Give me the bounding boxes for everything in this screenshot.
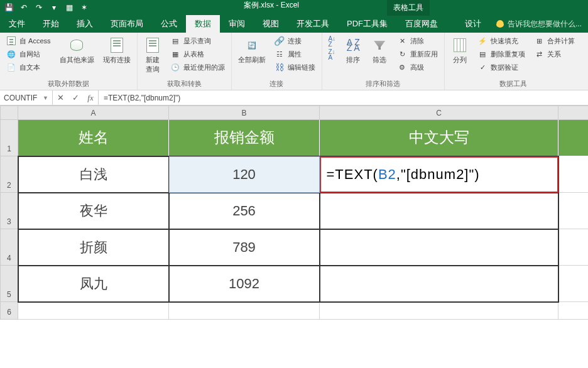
formula-bar: COUNTIF ▼ ✕ ✓ fx =TEXT(B2,"[dbnum2]")	[0, 90, 588, 106]
tab-formulas[interactable]: 公式	[152, 15, 186, 33]
tab-insert[interactable]: 插入	[68, 15, 102, 33]
column-header-extra[interactable]	[558, 106, 589, 120]
insert-function-button[interactable]: fx	[83, 93, 98, 103]
recent-sources-button[interactable]: 🕒最近使用的源	[169, 62, 226, 73]
cell-a4[interactable]: 折颜	[18, 229, 169, 266]
new-query-button[interactable]: 新建 查询	[143, 35, 163, 75]
row-header-4[interactable]: 4	[1, 229, 18, 266]
edit-links-button[interactable]: ⛓编辑链接	[273, 62, 317, 73]
cell-empty[interactable]	[558, 302, 589, 320]
name-box-dropdown-icon[interactable]: ▼	[43, 95, 48, 101]
cell-empty[interactable]	[558, 266, 589, 302]
column-header-a[interactable]: A	[18, 106, 169, 120]
row-header-2[interactable]: 2	[1, 156, 18, 193]
flash-fill-button[interactable]: ⚡快速填充	[476, 35, 526, 46]
cell-a6[interactable]	[18, 302, 169, 320]
cell-a5[interactable]: 凤九	[18, 266, 169, 302]
tell-me-placeholder: 告诉我您想要做什么...	[508, 19, 582, 30]
tab-design[interactable]: 设计	[456, 15, 490, 33]
consolidate-button[interactable]: ⊞合并计算	[533, 35, 576, 46]
from-web-button[interactable]: 🌐自网站	[5, 48, 52, 60]
cell-c2-editing[interactable]: =TEXT(B2,"[dbnum2]")	[320, 156, 558, 193]
cell-b2[interactable]: 120	[169, 156, 320, 193]
name-box[interactable]: COUNTIF ▼	[0, 90, 53, 105]
tab-layout[interactable]: 页面布局	[102, 15, 152, 33]
clear-filter-button[interactable]: ✕清除	[396, 35, 439, 46]
cell-a3[interactable]: 夜华	[18, 193, 169, 229]
reapply-button[interactable]: ↻重新应用	[396, 48, 439, 60]
header-name[interactable]: 姓名	[18, 120, 169, 156]
tab-home[interactable]: 开始	[34, 15, 68, 33]
cell-empty[interactable]	[558, 193, 589, 229]
cell-b4[interactable]: 789	[169, 229, 320, 266]
connections-button[interactable]: 🔗连接	[273, 35, 317, 46]
group-external-data: 自 Access 🌐自网站 📄自文本 自其他来源 现有连接 获取外部数据	[0, 33, 138, 90]
group-data-tools: 分列 ⚡快速填充 ▤删除重复项 ✓数据验证 ⊞合并计算 ⇄关系 数据工具	[445, 33, 581, 90]
relationships-button[interactable]: ⇄关系	[533, 48, 576, 60]
cell-empty[interactable]	[558, 120, 589, 156]
sort-button[interactable]: A ZZ A排序	[343, 35, 363, 66]
show-queries-button[interactable]: ▤显示查询	[169, 35, 226, 46]
refresh-all-button[interactable]: 🔄全部刷新	[237, 35, 267, 66]
window-title: 案例.xlsx - Excel 表格工具	[89, 0, 584, 16]
filter-button[interactable]: 筛选	[369, 35, 389, 66]
select-all-corner[interactable]	[1, 106, 18, 120]
sort-asc-button[interactable]: A↓Z	[327, 35, 337, 48]
from-other-button[interactable]: 自其他来源	[58, 35, 95, 66]
qat-extra2-icon[interactable]: ✶	[79, 3, 89, 13]
tab-file[interactable]: 文件	[0, 15, 34, 33]
group-label-sort-filter: 排序和筛选	[327, 78, 440, 89]
group-sort-filter: A↓Z Z↓A A ZZ A排序 筛选 ✕清除 ↻重新应用 ⚙高级 排序和筛选	[322, 33, 445, 90]
formula-prefix: =TEXT(	[327, 166, 378, 182]
row-header-6[interactable]: 6	[1, 302, 18, 320]
qat-more-icon[interactable]: ▾	[49, 3, 59, 13]
header-amount[interactable]: 报销金额	[169, 120, 320, 156]
tab-data[interactable]: 数据	[186, 15, 220, 33]
group-connections: 🔄全部刷新 🔗连接 ☷属性 ⛓编辑链接 连接	[232, 33, 322, 90]
column-header-c[interactable]: C	[320, 106, 558, 120]
cell-b5[interactable]: 1092	[169, 266, 320, 302]
enter-formula-button[interactable]: ✓	[68, 93, 83, 102]
tab-view[interactable]: 视图	[254, 15, 288, 33]
remove-duplicates-button[interactable]: ▤删除重复项	[476, 48, 526, 60]
cancel-formula-button[interactable]: ✕	[53, 93, 68, 102]
cell-b3[interactable]: 256	[169, 193, 320, 229]
cell-b6[interactable]	[169, 302, 320, 320]
group-label-get-transform: 获取和转换	[143, 78, 226, 89]
tell-me-search[interactable]: 告诉我您想要做什么...	[490, 15, 588, 33]
group-label-connections: 连接	[237, 78, 317, 89]
cell-a2[interactable]: 白浅	[18, 156, 169, 193]
cell-c6[interactable]	[320, 302, 558, 320]
data-validation-button[interactable]: ✓数据验证	[476, 62, 526, 73]
column-header-b[interactable]: B	[169, 106, 320, 120]
cell-c4[interactable]	[320, 229, 558, 266]
text-to-columns-button[interactable]: 分列	[450, 35, 470, 66]
row-header-3[interactable]: 3	[1, 193, 18, 229]
tab-baidu[interactable]: 百度网盘	[396, 15, 447, 33]
from-access-button[interactable]: 自 Access	[5, 35, 52, 46]
formula-input[interactable]: =TEXT(B2,"[dbnum2]")	[99, 90, 588, 105]
from-text-button[interactable]: 📄自文本	[5, 62, 52, 73]
from-table-button[interactable]: ▦从表格	[169, 48, 226, 60]
cell-c3[interactable]	[320, 193, 558, 229]
qat-extra-icon[interactable]: ▦	[64, 3, 74, 13]
tab-pdf[interactable]: PDF工具集	[338, 15, 396, 33]
header-chinese[interactable]: 中文大写	[320, 120, 558, 156]
sort-desc-button[interactable]: Z↓A	[327, 48, 337, 61]
properties-button[interactable]: ☷属性	[273, 48, 317, 60]
save-icon[interactable]: 💾	[4, 3, 14, 13]
lightbulb-icon	[496, 20, 504, 28]
formula-bar-buttons: ✕ ✓ fx	[53, 90, 99, 105]
row-header-5[interactable]: 5	[1, 266, 18, 302]
advanced-filter-button[interactable]: ⚙高级	[396, 62, 439, 73]
cell-empty[interactable]	[558, 156, 589, 193]
cell-c5[interactable]	[320, 266, 558, 302]
undo-icon[interactable]: ↶	[19, 3, 29, 13]
spreadsheet-grid[interactable]: A B C 1 姓名 报销金额 中文大写 2 白浅 120 =TEXT(B2,"…	[0, 106, 588, 320]
redo-icon[interactable]: ↷	[34, 3, 44, 13]
row-header-1[interactable]: 1	[1, 120, 18, 156]
tab-review[interactable]: 审阅	[220, 15, 254, 33]
cell-empty[interactable]	[558, 229, 589, 266]
tab-developer[interactable]: 开发工具	[288, 15, 338, 33]
existing-connections-button[interactable]: 现有连接	[102, 35, 132, 66]
